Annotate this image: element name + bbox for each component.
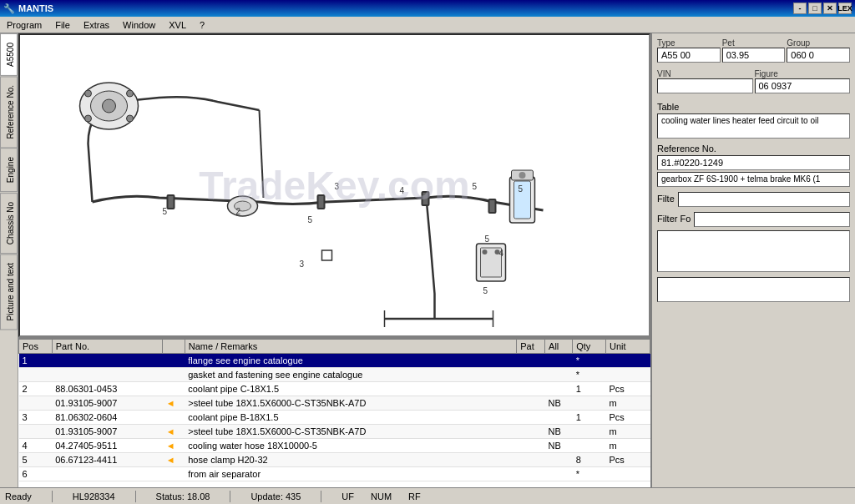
- status-divider-1: [52, 491, 53, 502]
- cell-pos: 5: [19, 453, 53, 467]
- reference-no-value[interactable]: 81.#0220-1249: [657, 155, 850, 170]
- cell-all: NB: [545, 439, 573, 453]
- lex-button[interactable]: LEX: [838, 3, 852, 14]
- app-icon: 🔧: [3, 3, 15, 14]
- tab-a5500[interactable]: A5500: [0, 33, 18, 76]
- svg-point-7: [103, 99, 116, 113]
- cell-partno: [52, 467, 163, 481]
- table-row[interactable]: 01.93105-9007◄>steel tube 18X1.5X6000-C-…: [19, 425, 650, 439]
- type-label: Type: [657, 38, 721, 48]
- tab-chassis-no[interactable]: Chassis No: [0, 193, 18, 254]
- filter-input[interactable]: [678, 192, 850, 207]
- parts-diagram: 2 3 4 5 5 5 4 5 3 5 5: [20, 35, 649, 335]
- tab-engine[interactable]: Engine: [0, 148, 18, 192]
- cell-name: gasket and fastening see engine catalogu…: [185, 368, 517, 382]
- cell-name: >steel tube 18X1.5X6000-C-ST35NBK-A7D: [185, 425, 517, 439]
- cell-name: coolant pipe C-18X1.5: [185, 382, 517, 396]
- cell-name: cooling water hose 18X10000-5: [185, 439, 517, 453]
- right-list-2[interactable]: [657, 277, 850, 302]
- svg-point-11: [127, 115, 134, 122]
- menu-help[interactable]: ?: [196, 18, 208, 32]
- svg-rect-3: [422, 192, 429, 205]
- col-unit: Unit: [605, 340, 650, 354]
- cell-qty: *: [573, 467, 606, 481]
- filter-fo-label: Filter Fo: [657, 214, 691, 224]
- cell-pos: 2: [19, 382, 53, 396]
- col-name: Name / Remarks: [185, 340, 517, 354]
- cell-qty: *: [573, 368, 606, 382]
- cell-arrow: [163, 411, 185, 425]
- cell-unit: m: [605, 425, 650, 439]
- parts-table: Pos Part No. Name / Remarks Pat All Qty …: [18, 339, 650, 481]
- table-row[interactable]: 506.67123-4411◄hose clamp H20-328Pcs: [19, 453, 650, 467]
- tab-reference-no[interactable]: Reference No.: [0, 76, 18, 148]
- cell-pat: [517, 354, 545, 368]
- status-update: Update: 435: [250, 491, 301, 501]
- cell-name: flange see engine catalogue: [185, 354, 517, 368]
- cell-pat: [517, 453, 545, 467]
- svg-text:5: 5: [485, 234, 490, 244]
- svg-text:4: 4: [400, 186, 405, 195]
- filter-fo-input[interactable]: [694, 212, 850, 227]
- gearbox-value[interactable]: gearbox ZF 6S-1900 + telma brake MK6 (1: [657, 172, 850, 187]
- cell-all: [545, 467, 573, 481]
- menu-extras[interactable]: Extras: [80, 18, 113, 32]
- col-qty: Qty: [573, 340, 606, 354]
- parts-area[interactable]: Pos Part No. Name / Remarks Pat All Qty …: [18, 337, 650, 487]
- table-row[interactable]: 288.06301-0453coolant pipe C-18X1.51Pcs: [19, 382, 650, 396]
- menu-xvl[interactable]: XVL: [165, 18, 190, 32]
- status-code: HL928334: [73, 491, 115, 501]
- cell-arrow: [163, 467, 185, 481]
- cell-pos: 3: [19, 411, 53, 425]
- figure-cell: Figure 06 0937: [755, 69, 851, 93]
- center-panel: TradeKey.com: [18, 33, 650, 487]
- tab-picture-and-text[interactable]: Picture and text: [0, 254, 18, 330]
- group-label: Group: [787, 38, 850, 48]
- cell-pos: [19, 396, 53, 411]
- cell-pos: [19, 425, 53, 439]
- cell-unit: Pcs: [605, 411, 650, 425]
- table-row[interactable]: 6from air separator*: [19, 467, 650, 481]
- cell-qty: [573, 396, 606, 411]
- cell-partno: 81.06302-0604: [52, 411, 163, 425]
- type-value[interactable]: A55 00: [657, 48, 721, 63]
- svg-rect-2: [318, 195, 325, 209]
- group-value[interactable]: 060 0: [787, 48, 850, 63]
- table-value[interactable]: cooling water lines heater feed circuit …: [657, 113, 850, 139]
- table-row[interactable]: 1flange see engine catalogue*: [19, 354, 650, 368]
- col-pos: Pos: [19, 340, 53, 354]
- filter-fo-row: Filter Fo: [657, 212, 850, 227]
- cell-pos: 6: [19, 467, 53, 481]
- pet-value[interactable]: 03.95: [722, 48, 786, 63]
- cell-all: [545, 368, 573, 382]
- cell-pat: [517, 411, 545, 425]
- cell-arrow: [163, 382, 185, 396]
- title-bar-buttons[interactable]: - □ ✕ LEX: [793, 3, 852, 14]
- maximize-button[interactable]: □: [808, 3, 822, 14]
- cell-partno: 06.67123-4411: [52, 453, 163, 467]
- table-row[interactable]: 01.93105-9007◄>steel tube 18X1.5X6000-C-…: [19, 396, 650, 411]
- menu-file[interactable]: File: [52, 18, 73, 32]
- figure-value[interactable]: 06 0937: [755, 78, 851, 93]
- minimize-button[interactable]: -: [793, 3, 807, 14]
- cell-pos: 4: [19, 439, 53, 453]
- table-row[interactable]: gasket and fastening see engine catalogu…: [19, 368, 650, 382]
- cell-partno: 88.06301-0453: [52, 382, 163, 396]
- table-row[interactable]: 404.27405-9511◄cooling water hose 18X100…: [19, 439, 650, 453]
- title-bar-left: 🔧 MANTIS: [3, 3, 53, 14]
- cell-pat: [517, 467, 545, 481]
- pet-cell: Pet 03.95: [722, 38, 786, 63]
- status-num: NUM: [371, 491, 392, 501]
- vin-value[interactable]: [657, 78, 753, 93]
- cell-unit: [605, 354, 650, 368]
- status-divider-4: [321, 491, 321, 502]
- table-row[interactable]: 381.06302-0604coolant pipe B-18X1.51Pcs: [19, 411, 650, 425]
- cell-qty: [573, 439, 606, 453]
- close-button[interactable]: ✕: [823, 3, 837, 14]
- menu-program[interactable]: Program: [3, 18, 45, 32]
- right-list[interactable]: [657, 230, 850, 272]
- svg-text:4: 4: [499, 249, 504, 258]
- type-cell: Type A55 00: [657, 38, 721, 63]
- menu-window[interactable]: Window: [119, 18, 159, 32]
- cell-partno: 04.27405-9511: [52, 439, 163, 453]
